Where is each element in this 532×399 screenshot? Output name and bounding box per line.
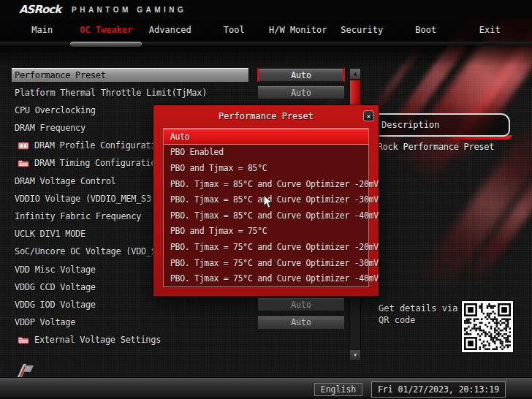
dialog-option-label: PBO. Tjmax = 85°C and Curve Optimizer -3… <box>170 194 379 205</box>
dialog-option-label: PBO. Tjmax = 85°C and Curve Optimizer -2… <box>170 179 379 189</box>
description-panel: Description <box>370 113 510 137</box>
nav-tab-label: Security <box>341 25 383 35</box>
settings-row: VDDP Voltage Auto <box>12 314 348 332</box>
settings-row-label-area[interactable]: VDDG IOD Voltage <box>12 297 248 311</box>
settings-value-button[interactable]: Auto <box>257 68 345 82</box>
settings-row-label: Infinity Fabric Frequency <box>15 211 141 221</box>
settings-row-label-area[interactable]: External Voltage Settings <box>12 333 248 347</box>
scroll-up-button[interactable]: ▲ <box>349 68 361 80</box>
settings-row-label: VDDG IOD Voltage <box>15 300 96 310</box>
settings-row-label: VDDP Voltage <box>15 317 75 327</box>
settings-row-label: UCLK DIV1 MODE <box>15 229 86 239</box>
bios-screen: ASRock PHANTOM GAMING Main OC Tweaker Ad… <box>0 0 532 399</box>
nav-tab-label: H/W Monitor <box>269 25 327 35</box>
dialog-option-label: PBO Enabled <box>170 147 224 157</box>
settings-row: Platform Thermal Throttle Limit(TjMax) A… <box>12 84 348 102</box>
dialog-option[interactable]: PBO. Tjmax = 75°C and Curve Optimizer -4… <box>164 270 368 286</box>
nav-tabs: Main OC Tweaker Advanced Tool H/W Monito… <box>10 18 522 42</box>
settings-value-label: Auto <box>291 317 311 327</box>
nav-tab[interactable]: Security <box>330 18 395 42</box>
folder-icon <box>18 159 29 168</box>
settings-row-label: CPU Overclocking <box>15 105 96 115</box>
nav-tab-label: OC Tweaker <box>80 25 132 35</box>
nav-tab-label: Boot <box>415 25 436 35</box>
nav-tab-label: Exit <box>479 25 501 35</box>
settings-row-label: VDDG CCD Voltage <box>15 282 96 292</box>
nav-tab[interactable]: Tool <box>202 18 267 42</box>
dialog-option[interactable]: PBO. Tjmax = 85°C and Curve Optimizer -2… <box>164 176 368 192</box>
settings-row-label: DRAM Frequency <box>15 123 86 133</box>
nav-tab-label: Advanced <box>149 25 191 35</box>
settings-row-label: External Voltage Settings <box>34 335 161 345</box>
settings-row-label-area[interactable]: Platform Thermal Throttle Limit(TjMax) <box>12 86 248 99</box>
dialog-option-label: Auto <box>170 132 190 142</box>
folder-icon <box>18 335 29 345</box>
settings-row-label: Performance Preset <box>15 70 106 80</box>
nav-tab[interactable]: Advanced <box>138 18 202 42</box>
settings-value-label: Auto <box>291 70 311 80</box>
settings-row-label: DRAM Timing Configuration <box>34 158 161 168</box>
settings-row-label: SoC/Uncore OC Voltage (VDD_SOC) <box>15 246 172 256</box>
settings-row-label: DRAM Profile Configuration <box>34 140 166 151</box>
qr-code <box>462 301 513 352</box>
top-logo-bar: ASRock PHANTOM GAMING <box>0 0 532 18</box>
nav-tab[interactable]: H/W Monitor <box>266 18 330 42</box>
language-label: English <box>321 384 356 395</box>
dialog-option[interactable]: PBO and Tjmax = 75°C <box>164 224 368 240</box>
nav-tab[interactable]: Main <box>10 18 75 42</box>
dialog-option[interactable]: PBO and Tjmax = 85°C <box>164 160 368 176</box>
settings-value-label: Auto <box>291 300 311 310</box>
dialog-option-label: PBO and Tjmax = 85°C <box>170 163 267 173</box>
dram-profile-icon <box>18 141 29 151</box>
qr-caption: Get details via QR code <box>379 303 463 326</box>
nav-tab[interactable]: OC Tweaker <box>75 18 139 42</box>
dialog-option[interactable]: PBO Enabled <box>164 145 368 161</box>
settings-row-label: VDDIO Voltage (VDDIO_MEM_S3) <box>15 194 156 204</box>
nav-tab[interactable]: Boot <box>394 18 458 42</box>
close-icon[interactable]: ✕ <box>363 110 374 121</box>
settings-value-button[interactable]: Auto <box>257 86 345 99</box>
dialog-option[interactable]: Auto <box>164 129 368 145</box>
scroll-down-button[interactable]: ▼ <box>349 349 361 361</box>
datetime-text: Fri 01/27/2023, 20:13:19 <box>378 384 499 395</box>
dialog-option[interactable]: PBO. Tjmax = 75°C and Curve Optimizer -3… <box>164 255 368 271</box>
nav-tab[interactable]: Exit <box>458 18 522 42</box>
settings-row-label-area[interactable]: Performance Preset <box>12 68 248 82</box>
footer-bar: English Fri 01/27/2023, 20:13:19 <box>0 377 532 399</box>
settings-value-label: Auto <box>291 88 311 98</box>
asrock-logo: ASRock <box>19 3 61 16</box>
dialog-option[interactable]: PBO. Tjmax = 75°C and Curve Optimizer -2… <box>164 239 368 255</box>
settings-row: VDDG IOD Voltage Auto <box>12 296 348 314</box>
settings-value-button[interactable]: Auto <box>257 297 345 311</box>
dialog-option-label: PBO and Tjmax = 75°C <box>170 226 267 236</box>
nav-tab-label: Main <box>31 25 53 35</box>
description-title: Description <box>371 120 439 130</box>
settings-row-label: DRAM Voltage Control <box>15 176 116 186</box>
settings-row-label-area[interactable]: VDDP Voltage <box>12 316 248 330</box>
mouse-cursor <box>263 194 273 212</box>
dialog-option-label: PBO. Tjmax = 75°C and Curve Optimizer -3… <box>170 258 379 268</box>
dialog-option-label: PBO. Tjmax = 75°C and Curve Optimizer -2… <box>170 242 379 252</box>
nav-tab-label: Tool <box>224 25 245 35</box>
language-button[interactable]: English <box>314 383 362 396</box>
phantom-gaming-brand: PHANTOM GAMING <box>72 6 186 14</box>
dialog-option-label: PBO. Tjmax = 75°C and Curve Optimizer -4… <box>170 273 379 284</box>
description-text: ASRock Performance Preset <box>368 142 525 152</box>
settings-row-label: VDD Misc Voltage <box>15 265 96 275</box>
dialog-title: Performance Preset <box>153 105 379 127</box>
dialog-option-label: PBO. Tjmax = 85°C and Curve Optimizer -4… <box>170 210 379 221</box>
settings-row-label: Platform Thermal Throttle Limit(TjMax) <box>15 88 207 98</box>
settings-row: External Voltage Settings <box>12 332 348 349</box>
datetime-display: Fri 01/27/2023, 20:13:19 <box>371 381 506 398</box>
settings-row: Performance Preset Auto <box>12 66 348 84</box>
settings-value-button[interactable]: Auto <box>257 316 345 330</box>
